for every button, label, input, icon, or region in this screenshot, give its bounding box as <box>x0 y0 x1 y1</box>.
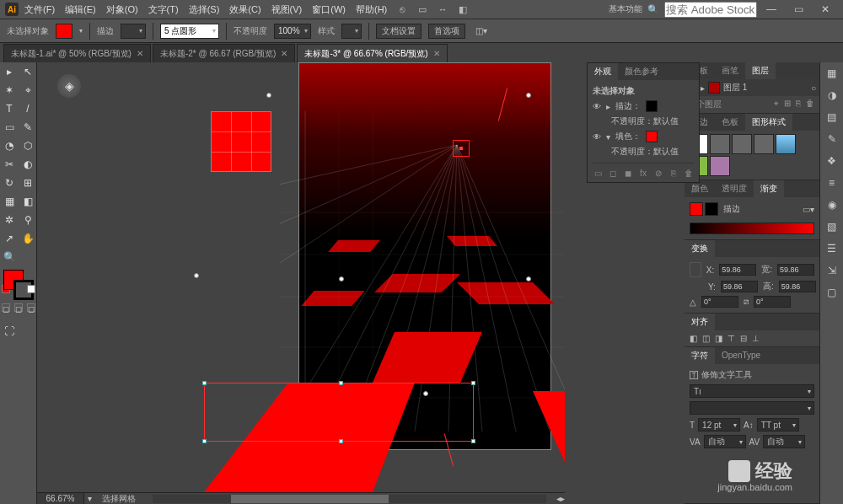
clear-icon[interactable]: ⊘ <box>653 167 663 179</box>
gradient-stroke-icon[interactable] <box>705 202 718 216</box>
menu-select[interactable]: 选择(S) <box>185 3 224 16</box>
menu-file[interactable]: 文件(F) <box>20 3 59 16</box>
tab-gradient[interactable]: 渐变 <box>754 180 784 197</box>
tab-align[interactable]: 对齐 <box>685 314 715 330</box>
canvas[interactable]: ◈ <box>37 62 565 504</box>
asset-export-icon[interactable]: ⇲ <box>824 263 840 278</box>
brushes-icon[interactable]: ✎ <box>824 131 840 147</box>
document-tab[interactable]: 未标题-1.ai* @ 50% (RGB/预览)✕ <box>3 44 151 62</box>
scissors-tool[interactable]: ✂ <box>0 155 19 174</box>
reference-point[interactable] <box>690 262 701 277</box>
horizontal-scrollbar[interactable] <box>153 495 546 503</box>
slice-tool[interactable]: ↗ <box>0 229 19 248</box>
new-art-icon[interactable]: ▭ <box>593 167 603 179</box>
tab-color[interactable]: 颜色 <box>685 180 715 197</box>
vanishing-point-handle[interactable] <box>453 140 470 157</box>
symbols-icon[interactable]: ❖ <box>824 153 840 169</box>
touch-type-icon[interactable]: 🅃 <box>690 371 698 380</box>
stroke-profile-dropdown[interactable]: 5 点圆形 <box>160 24 219 39</box>
scale-tool[interactable]: ⊞ <box>19 174 37 192</box>
close-icon[interactable]: ✕ <box>281 49 287 58</box>
style-swatch[interactable] <box>732 134 752 154</box>
locate-icon[interactable]: ⌖ <box>774 99 779 110</box>
none-icon[interactable] <box>27 285 35 293</box>
arrange-icon[interactable]: ▭ <box>416 3 429 16</box>
style-swatch[interactable] <box>754 134 774 154</box>
tab-appearance[interactable]: 外观 <box>588 63 618 80</box>
menu-object[interactable]: 对象(O) <box>102 3 142 16</box>
gradient-tool[interactable]: ✲ <box>0 211 19 229</box>
kerning-field[interactable]: 自动 <box>704 435 746 448</box>
stroke-weight-field[interactable] <box>121 24 146 39</box>
fill-swatch-icon[interactable] <box>646 131 658 142</box>
type-tool[interactable]: T <box>0 99 19 118</box>
menu-help[interactable]: 帮助(H) <box>352 3 391 16</box>
y-field[interactable] <box>721 281 758 292</box>
zoom-tool[interactable]: 🔍 <box>0 248 19 266</box>
grid-handle[interactable] <box>526 276 531 281</box>
style-swatch[interactable] <box>710 134 730 154</box>
duplicate-icon[interactable]: ⎘ <box>668 167 679 179</box>
screen-mode-button[interactable]: ⛶ <box>0 322 19 340</box>
tab-layers[interactable]: 图层 <box>745 62 776 79</box>
pen-tool[interactable]: ✎ <box>19 118 37 137</box>
layer-name[interactable]: 图层 1 <box>723 82 747 94</box>
fill-swatch[interactable] <box>56 24 72 39</box>
window-minimize[interactable]: — <box>759 1 784 18</box>
grid-handle[interactable] <box>194 273 199 278</box>
rectangle-tool[interactable]: ▭ <box>0 118 19 137</box>
align-right-icon[interactable]: ◨ <box>715 334 722 343</box>
w-field[interactable] <box>777 264 814 276</box>
gradient-slider[interactable] <box>690 223 814 234</box>
x-field[interactable] <box>719 264 756 276</box>
reflect-tool[interactable]: ↻ <box>0 174 19 192</box>
grid-handle[interactable] <box>266 93 271 98</box>
close-icon[interactable]: ✕ <box>433 49 440 58</box>
tracking-field[interactable]: 自动 <box>763 435 805 448</box>
perspective-widget-icon[interactable]: ◈ <box>57 74 81 98</box>
menu-window[interactable]: 窗口(W) <box>308 3 350 16</box>
font-style-dropdown[interactable] <box>690 401 814 415</box>
exchange-icon[interactable]: ↔ <box>436 3 449 16</box>
color-icon[interactable]: ◑ <box>824 88 840 103</box>
hand-tool[interactable]: ✋ <box>19 229 37 248</box>
style-swatch[interactable] <box>710 156 730 176</box>
tab-character[interactable]: 字符 <box>685 347 715 364</box>
grid-handle[interactable] <box>339 276 344 281</box>
tab-brushes[interactable]: 画笔 <box>715 62 745 79</box>
draw-inside-icon[interactable]: ◻ <box>27 303 35 312</box>
scrollbar-thumb[interactable] <box>231 495 389 503</box>
tab-transparency[interactable]: 透明度 <box>715 180 754 197</box>
window-maximize[interactable]: ▭ <box>786 1 811 18</box>
font-family-dropdown[interactable]: Tı <box>690 384 814 398</box>
target-icon[interactable]: ○ <box>811 83 816 93</box>
polygon-tool[interactable]: ⬡ <box>19 137 37 155</box>
fx-icon[interactable]: fx <box>638 167 648 179</box>
chevron-down-icon[interactable]: ▾ <box>79 27 83 35</box>
direct-selection-tool[interactable]: ↖ <box>19 62 37 81</box>
align-left-icon[interactable]: ◧ <box>690 334 697 343</box>
draw-behind-icon[interactable]: ◻ <box>14 303 23 312</box>
document-tab[interactable]: 未标题-2* @ 66.67 (RGB/预览)✕ <box>153 44 295 62</box>
document-setup-button[interactable]: 文档设置 <box>376 24 422 39</box>
trash-icon[interactable]: 🗑 <box>806 99 814 110</box>
opacity-field[interactable]: 100% <box>274 24 311 39</box>
align-top-icon[interactable]: ⊤ <box>728 334 735 343</box>
font-size-field[interactable]: 12 pt <box>698 418 740 432</box>
draw-normal-icon[interactable]: ◻ <box>2 303 10 312</box>
h-field[interactable] <box>779 281 816 292</box>
window-close[interactable]: ✕ <box>813 1 838 18</box>
new-sublayer-icon[interactable]: ⊞ <box>784 99 791 110</box>
tab-graphic-styles[interactable]: 图形样式 <box>745 114 792 131</box>
eye-icon[interactable]: 👁 <box>593 102 601 111</box>
layer-row[interactable]: 👁 ▸ 图层 1 ○ <box>685 79 819 96</box>
bridge-icon[interactable]: ⎋ <box>395 3 409 16</box>
rotate-tool[interactable]: ◐ <box>19 155 37 174</box>
leading-field[interactable]: TT pt <box>757 418 799 432</box>
chevron-down-icon[interactable]: ▾ <box>84 494 95 503</box>
workspace-switcher[interactable]: 基本功能 <box>609 3 642 15</box>
grid-handle[interactable] <box>423 391 428 396</box>
align-center-icon[interactable]: ◫ <box>702 334 710 343</box>
tab-color-guide[interactable]: 颜色参考 <box>618 63 665 80</box>
eyedropper-tool[interactable]: ⚲ <box>19 211 37 229</box>
